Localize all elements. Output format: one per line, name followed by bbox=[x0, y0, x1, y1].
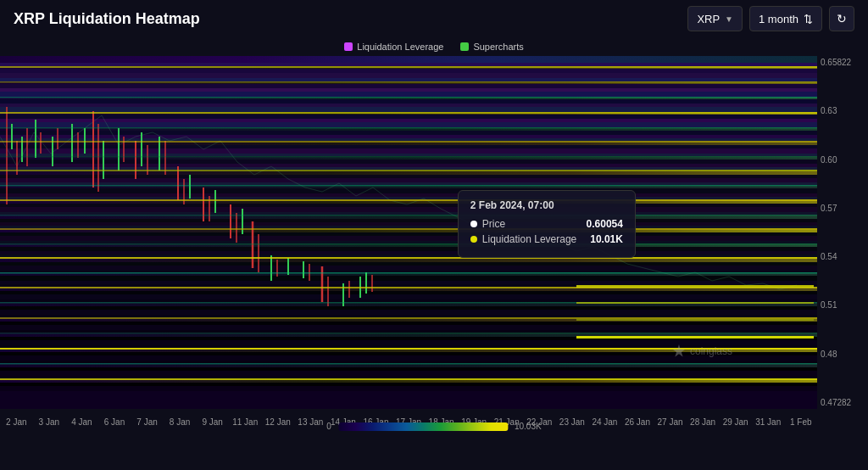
svg-rect-13 bbox=[0, 107, 817, 112]
gradient-max-label: 10.03K bbox=[515, 422, 542, 431]
gradient-bar bbox=[338, 422, 508, 431]
svg-rect-4 bbox=[0, 73, 817, 78]
time-label-4: 7 Jan bbox=[131, 417, 164, 427]
svg-rect-140 bbox=[0, 228, 817, 230]
page-title: XRP Liquidation Heatmap bbox=[14, 10, 200, 28]
timeframe-label: 1 month bbox=[759, 13, 798, 25]
svg-rect-57 bbox=[0, 270, 817, 272]
time-label-9: 13 Jan bbox=[294, 417, 327, 427]
svg-rect-85 bbox=[0, 376, 817, 378]
svg-rect-53 bbox=[0, 255, 817, 257]
svg-rect-87 bbox=[0, 383, 817, 386]
tooltip-row-liquidation: Liquidation Leverage 10.01K bbox=[470, 233, 623, 245]
tooltip-label-liquidation: Liquidation Leverage bbox=[470, 233, 576, 245]
svg-rect-59 bbox=[0, 276, 817, 281]
svg-rect-27 bbox=[0, 159, 817, 164]
svg-rect-28 bbox=[0, 164, 817, 167]
svg-rect-147 bbox=[0, 127, 817, 129]
svg-rect-17 bbox=[0, 122, 817, 127]
svg-rect-16 bbox=[0, 119, 817, 122]
time-label-5: 8 Jan bbox=[164, 417, 197, 427]
svg-rect-43 bbox=[0, 219, 817, 222]
svg-rect-139 bbox=[0, 199, 817, 201]
time-label-6: 9 Jan bbox=[196, 417, 229, 427]
svg-rect-11 bbox=[0, 99, 817, 104]
svg-rect-1 bbox=[0, 63, 817, 66]
price-label-5: 0.51 bbox=[821, 300, 865, 310]
svg-rect-83 bbox=[0, 367, 817, 371]
watermark: coinglass bbox=[672, 344, 732, 358]
time-label-17: 23 Jan bbox=[556, 417, 589, 427]
asset-dropdown[interactable]: XRP ▼ bbox=[687, 6, 743, 31]
chart-container[interactable]: 2 Feb 2024, 07:00 Price 0.60054 Liquidat… bbox=[0, 56, 868, 434]
header: XRP Liquidation Heatmap XRP ▼ 1 month ⇅ … bbox=[0, 0, 868, 37]
price-label-6: 0.48 bbox=[821, 350, 865, 359]
svg-rect-5 bbox=[0, 78, 817, 81]
price-label-1: 0.63 bbox=[821, 106, 865, 115]
svg-rect-47 bbox=[0, 232, 817, 236]
tooltip-price-label: Price bbox=[482, 218, 505, 230]
tooltip-dot-liquidation bbox=[470, 236, 477, 243]
tooltip-price-value: 0.60054 bbox=[587, 218, 623, 230]
svg-rect-25 bbox=[0, 154, 817, 156]
svg-rect-146 bbox=[0, 97, 817, 98]
svg-rect-135 bbox=[0, 81, 817, 83]
timeframe-select[interactable]: 1 month ⇅ bbox=[749, 6, 822, 31]
svg-rect-37 bbox=[0, 197, 817, 199]
svg-rect-151 bbox=[0, 243, 817, 245]
svg-rect-84 bbox=[0, 371, 817, 376]
svg-rect-143 bbox=[0, 317, 817, 319]
svg-rect-35 bbox=[0, 188, 817, 193]
svg-rect-64 bbox=[0, 294, 817, 299]
svg-rect-67 bbox=[0, 306, 817, 310]
refresh-button[interactable]: ↻ bbox=[829, 6, 854, 31]
legend-item-supercharts: Supercharts bbox=[460, 42, 523, 52]
legend-dot-supercharts bbox=[460, 42, 469, 51]
svg-rect-156 bbox=[576, 285, 814, 288]
svg-rect-44 bbox=[0, 222, 817, 226]
time-label-19: 26 Jan bbox=[621, 417, 654, 427]
time-label-23: 31 Jan bbox=[752, 417, 785, 427]
tooltip-label-price: Price bbox=[470, 218, 505, 230]
svg-rect-52 bbox=[0, 251, 817, 255]
svg-rect-48 bbox=[0, 236, 817, 241]
svg-rect-155 bbox=[0, 363, 817, 365]
svg-rect-150 bbox=[0, 215, 817, 216]
svg-rect-60 bbox=[0, 281, 817, 284]
svg-rect-141 bbox=[0, 257, 817, 259]
tooltip-row-price: Price 0.60054 bbox=[470, 218, 623, 230]
time-label-1: 3 Jan bbox=[33, 417, 66, 427]
svg-rect-71 bbox=[0, 322, 817, 325]
svg-rect-32 bbox=[0, 178, 817, 182]
timeframe-arrows: ⇅ bbox=[804, 13, 813, 25]
price-label-3: 0.57 bbox=[821, 204, 865, 213]
watermark-text: coinglass bbox=[690, 345, 732, 357]
tooltip-date: 2 Feb 2024, 07:00 bbox=[470, 199, 623, 211]
svg-rect-149 bbox=[0, 185, 817, 187]
svg-rect-145 bbox=[0, 378, 817, 380]
svg-rect-12 bbox=[0, 104, 817, 107]
svg-rect-137 bbox=[0, 141, 817, 143]
svg-rect-152 bbox=[0, 272, 817, 274]
svg-rect-21 bbox=[0, 138, 817, 141]
svg-rect-45 bbox=[0, 226, 817, 228]
svg-rect-7 bbox=[0, 84, 817, 88]
time-label-20: 27 Jan bbox=[654, 417, 687, 427]
legend: Liquidation Leverage Supercharts bbox=[0, 37, 868, 56]
legend-label-supercharts: Supercharts bbox=[473, 42, 523, 52]
svg-rect-24 bbox=[0, 148, 817, 154]
time-label-18: 24 Jan bbox=[588, 417, 621, 427]
svg-rect-158 bbox=[576, 319, 814, 321]
time-label-0: 2 Jan bbox=[0, 417, 33, 427]
legend-label-liquidation: Liquidation Leverage bbox=[357, 42, 443, 52]
svg-rect-55 bbox=[0, 262, 817, 266]
price-label-2: 0.60 bbox=[821, 155, 865, 165]
svg-rect-138 bbox=[0, 170, 817, 171]
gradient-min-label: 0 bbox=[326, 422, 331, 431]
svg-rect-3 bbox=[0, 69, 817, 73]
svg-rect-31 bbox=[0, 175, 817, 178]
svg-rect-88 bbox=[0, 386, 817, 391]
svg-rect-29 bbox=[0, 167, 817, 170]
svg-rect-33 bbox=[0, 182, 817, 185]
watermark-icon bbox=[672, 344, 686, 358]
